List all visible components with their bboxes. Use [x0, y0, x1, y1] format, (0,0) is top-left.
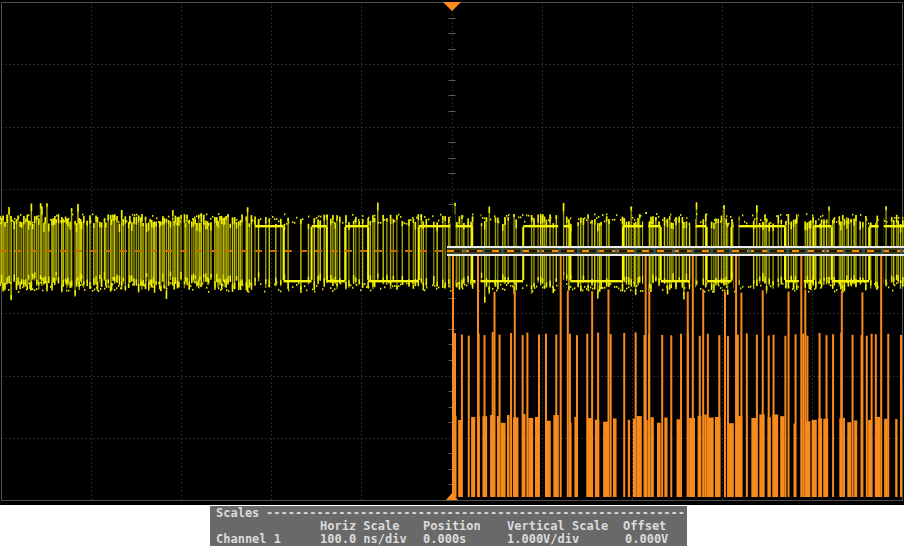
scales-panel: Scales ---------------------------------…	[210, 506, 687, 546]
channel-horiz-scale: 100.0 ns/div	[320, 533, 407, 546]
scales-title: Scales	[216, 507, 259, 520]
channel-vertical-scale: 1.000V/div	[507, 533, 579, 546]
scope-display	[0, 0, 904, 505]
reference-bar-ticks	[447, 248, 904, 254]
channel-label: Channel 1	[216, 533, 281, 546]
channel-offset: 0.000V	[625, 533, 668, 546]
bottom-strip: Scales ---------------------------------…	[0, 505, 904, 546]
trigger-marker-top-icon	[443, 2, 461, 11]
oscilloscope-screen: Scales ---------------------------------…	[0, 0, 904, 546]
scales-channel-row: Channel 1 100.0 ns/div 0.000s 1.000V/div…	[210, 533, 687, 546]
trigger-marker-bottom-icon	[446, 493, 458, 500]
reference-bar	[447, 246, 904, 256]
channel-position: 0.000s	[423, 533, 466, 546]
